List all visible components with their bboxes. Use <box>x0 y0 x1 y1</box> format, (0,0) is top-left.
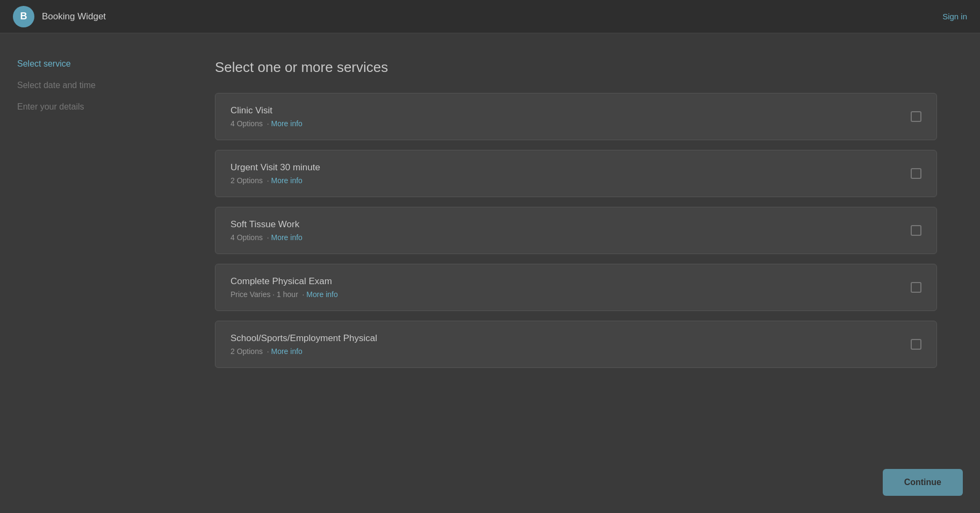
service-name-soft-tissue: Soft Tissue Work <box>230 219 302 230</box>
service-meta-clinic-visit: 4 Options · More info <box>230 119 302 128</box>
header-left: B Booking Widget <box>13 6 106 27</box>
app-header: B Booking Widget Sign in <box>0 0 980 33</box>
checkbox-clinic-visit[interactable] <box>911 111 921 122</box>
service-info-physical-exam: Complete Physical Exam Price Varies · 1 … <box>230 276 338 299</box>
checkbox-urgent-visit[interactable] <box>911 168 921 179</box>
service-meta-soft-tissue: 4 Options · More info <box>230 233 302 242</box>
service-card-urgent-visit[interactable]: Urgent Visit 30 minute 2 Options · More … <box>215 150 937 197</box>
service-name-clinic-visit: Clinic Visit <box>230 105 302 116</box>
service-info-soft-tissue: Soft Tissue Work 4 Options · More info <box>230 219 302 242</box>
content-area: Select one or more services Clinic Visit… <box>172 33 980 513</box>
app-title: Booking Widget <box>42 11 106 22</box>
service-name-physical-exam: Complete Physical Exam <box>230 276 338 287</box>
sidebar-step-select-service[interactable]: Select service <box>17 59 155 69</box>
service-meta-urgent-visit: 2 Options · More info <box>230 176 320 185</box>
more-info-school-physical[interactable]: More info <box>271 347 302 356</box>
main-layout: Select service Select date and time Ente… <box>0 33 980 513</box>
more-info-clinic-visit[interactable]: More info <box>271 119 302 128</box>
service-info-urgent-visit: Urgent Visit 30 minute 2 Options · More … <box>230 162 320 185</box>
service-card-soft-tissue[interactable]: Soft Tissue Work 4 Options · More info <box>215 207 937 254</box>
more-info-soft-tissue[interactable]: More info <box>271 233 302 242</box>
continue-button[interactable]: Continue <box>883 469 963 496</box>
continue-btn-wrapper: Continue <box>883 469 963 496</box>
checkbox-soft-tissue[interactable] <box>911 225 921 236</box>
checkbox-physical-exam[interactable] <box>911 282 921 293</box>
service-card-school-physical[interactable]: School/Sports/Employment Physical 2 Opti… <box>215 321 937 368</box>
sidebar: Select service Select date and time Ente… <box>0 33 172 513</box>
service-card-physical-exam[interactable]: Complete Physical Exam Price Varies · 1 … <box>215 264 937 311</box>
service-card-clinic-visit[interactable]: Clinic Visit 4 Options · More info <box>215 93 937 140</box>
sidebar-step-date-time: Select date and time <box>17 81 155 90</box>
service-info-clinic-visit: Clinic Visit 4 Options · More info <box>230 105 302 128</box>
service-name-urgent-visit: Urgent Visit 30 minute <box>230 162 320 173</box>
checkbox-school-physical[interactable] <box>911 339 921 350</box>
service-meta-school-physical: 2 Options · More info <box>230 347 377 356</box>
sign-in-link[interactable]: Sign in <box>942 12 967 21</box>
avatar: B <box>13 6 34 27</box>
service-name-school-physical: School/Sports/Employment Physical <box>230 333 377 344</box>
page-heading: Select one or more services <box>215 59 937 76</box>
more-info-urgent-visit[interactable]: More info <box>271 176 302 185</box>
service-meta-physical-exam: Price Varies · 1 hour · More info <box>230 290 338 299</box>
sidebar-step-details: Enter your details <box>17 102 155 112</box>
more-info-physical-exam[interactable]: More info <box>306 290 337 299</box>
service-info-school-physical: School/Sports/Employment Physical 2 Opti… <box>230 333 377 356</box>
